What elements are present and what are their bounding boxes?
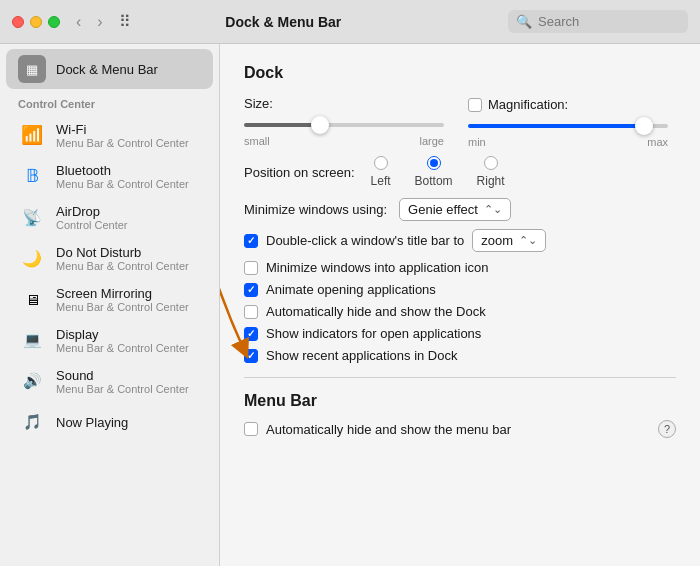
sidebar-item-bluetooth[interactable]: 𝔹 Bluetooth Menu Bar & Control Center — [6, 156, 213, 196]
wifi-label: Wi-Fi — [56, 122, 189, 137]
indicators-label: Show indicators for open applications — [266, 326, 481, 341]
section-divider — [244, 377, 676, 378]
position-bottom[interactable]: Bottom — [415, 156, 453, 188]
size-small-label: small — [244, 135, 270, 147]
search-bar[interactable]: 🔍 — [508, 10, 688, 33]
magnification-label: Magnification: — [488, 97, 568, 112]
dock-menubar-icon: ▦ — [18, 55, 46, 83]
doubleclick-row: Double-click a window's title bar to zoo… — [244, 229, 676, 252]
traffic-lights — [12, 16, 60, 28]
doubleclick-dropdown[interactable]: zoom ⌃⌄ — [472, 229, 546, 252]
minimize-app-row: Minimize windows into application icon — [244, 260, 676, 275]
autohide-dock-row: Automatically hide and show the Dock — [244, 304, 676, 319]
display-sublabel: Menu Bar & Control Center — [56, 342, 189, 354]
screenmirroring-sublabel: Menu Bar & Control Center — [56, 301, 189, 313]
sidebar-item-sound[interactable]: 🔊 Sound Menu Bar & Control Center — [6, 361, 213, 401]
radio-bottom[interactable] — [427, 156, 441, 170]
airdrop-sublabel: Control Center — [56, 219, 128, 231]
screenmirroring-label: Screen Mirroring — [56, 286, 189, 301]
sound-sublabel: Menu Bar & Control Center — [56, 383, 189, 395]
position-radio-group: Left Bottom Right — [371, 156, 505, 188]
magnification-checkbox[interactable] — [468, 98, 482, 112]
sound-icon: 🔊 — [18, 367, 46, 395]
minimize-app-checkbox[interactable] — [244, 261, 258, 275]
doubleclick-arrow-icon: ⌃⌄ — [519, 234, 537, 247]
minimize-app-label: Minimize windows into application icon — [266, 260, 489, 275]
animate-row: Animate opening applications — [244, 282, 676, 297]
airdrop-icon: 📡 — [18, 203, 46, 231]
sidebar-item-airdrop[interactable]: 📡 AirDrop Control Center — [6, 197, 213, 237]
sound-label: Sound — [56, 368, 189, 383]
sidebar-item-dock-menubar[interactable]: ▦ Dock & Menu Bar — [6, 49, 213, 89]
indicators-row: Show indicators for open applications — [244, 326, 676, 341]
sidebar-dock-label: Dock & Menu Bar — [56, 62, 158, 77]
menubar-autohide-row: Automatically hide and show the menu bar… — [244, 420, 676, 438]
display-icon: 💻 — [18, 326, 46, 354]
animate-label: Animate opening applications — [266, 282, 436, 297]
close-button[interactable] — [12, 16, 24, 28]
screenmirroring-icon: 🖥 — [18, 285, 46, 313]
search-icon: 🔍 — [516, 14, 532, 29]
sidebar-item-nowplaying[interactable]: 🎵 Now Playing — [6, 402, 213, 442]
recent-apps-label: Show recent applications in Dock — [266, 348, 458, 363]
sidebar-item-display[interactable]: 💻 Display Menu Bar & Control Center — [6, 320, 213, 360]
doubleclick-value: zoom — [481, 233, 513, 248]
help-button[interactable]: ? — [658, 420, 676, 438]
donotdisturb-icon: 🌙 — [18, 244, 46, 272]
sidebar: ▦ Dock & Menu Bar Control Center 📶 Wi-Fi… — [0, 44, 220, 566]
mag-slider-thumb[interactable] — [635, 117, 653, 135]
search-input[interactable] — [538, 14, 678, 29]
fullscreen-button[interactable] — [48, 16, 60, 28]
radio-left[interactable] — [374, 156, 388, 170]
sidebar-item-donotdisturb[interactable]: 🌙 Do Not Disturb Menu Bar & Control Cent… — [6, 238, 213, 278]
position-left-label: Left — [371, 174, 391, 188]
main-layout: ▦ Dock & Menu Bar Control Center 📶 Wi-Fi… — [0, 44, 700, 566]
recent-apps-row: Show recent applications in Dock — [244, 348, 676, 363]
autohide-dock-checkbox[interactable] — [244, 305, 258, 319]
bluetooth-icon: 𝔹 — [18, 162, 46, 190]
minimize-arrow-icon: ⌃⌄ — [484, 203, 502, 216]
minimize-value: Genie effect — [408, 202, 478, 217]
autohide-dock-label: Automatically hide and show the Dock — [266, 304, 486, 319]
sidebar-item-wifi[interactable]: 📶 Wi-Fi Menu Bar & Control Center — [6, 115, 213, 155]
position-right-label: Right — [477, 174, 505, 188]
position-bottom-label: Bottom — [415, 174, 453, 188]
donotdisturb-sublabel: Menu Bar & Control Center — [56, 260, 189, 272]
donotdisturb-label: Do Not Disturb — [56, 245, 189, 260]
wifi-icon: 📶 — [18, 121, 46, 149]
doubleclick-checkbox[interactable] — [244, 234, 258, 248]
position-label: Position on screen: — [244, 165, 355, 180]
doubleclick-label: Double-click a window's title bar to — [266, 233, 464, 248]
size-large-label: large — [420, 135, 444, 147]
window-title: Dock & Menu Bar — [67, 14, 500, 30]
menubar-section-title: Menu Bar — [244, 392, 317, 410]
indicators-checkbox[interactable] — [244, 327, 258, 341]
mag-min-label: min — [468, 136, 486, 148]
position-left[interactable]: Left — [371, 156, 391, 188]
animate-checkbox[interactable] — [244, 283, 258, 297]
nowplaying-icon: 🎵 — [18, 408, 46, 436]
display-label: Display — [56, 327, 189, 342]
size-label: Size: — [244, 96, 273, 111]
titlebar: ‹ › ⠿ Dock & Menu Bar 🔍 — [0, 0, 700, 44]
size-slider-thumb[interactable] — [311, 116, 329, 134]
size-slider-track — [244, 123, 444, 127]
recent-apps-checkbox[interactable] — [244, 349, 258, 363]
wifi-sublabel: Menu Bar & Control Center — [56, 137, 189, 149]
mag-max-label: max — [647, 136, 668, 148]
airdrop-label: AirDrop — [56, 204, 128, 219]
position-right[interactable]: Right — [477, 156, 505, 188]
nowplaying-label: Now Playing — [56, 415, 128, 430]
control-center-header: Control Center — [0, 90, 219, 114]
radio-right[interactable] — [484, 156, 498, 170]
sidebar-item-screenmirroring[interactable]: 🖥 Screen Mirroring Menu Bar & Control Ce… — [6, 279, 213, 319]
minimize-button[interactable] — [30, 16, 42, 28]
menubar-autohide-checkbox[interactable] — [244, 422, 258, 436]
minimize-dropdown[interactable]: Genie effect ⌃⌄ — [399, 198, 511, 221]
menubar-autohide-label: Automatically hide and show the menu bar — [266, 422, 511, 437]
content-area: Dock Size: small large — [220, 44, 700, 566]
minimize-label: Minimize windows using: — [244, 202, 387, 217]
bluetooth-label: Bluetooth — [56, 163, 189, 178]
dock-section-title: Dock — [244, 64, 676, 82]
bluetooth-sublabel: Menu Bar & Control Center — [56, 178, 189, 190]
